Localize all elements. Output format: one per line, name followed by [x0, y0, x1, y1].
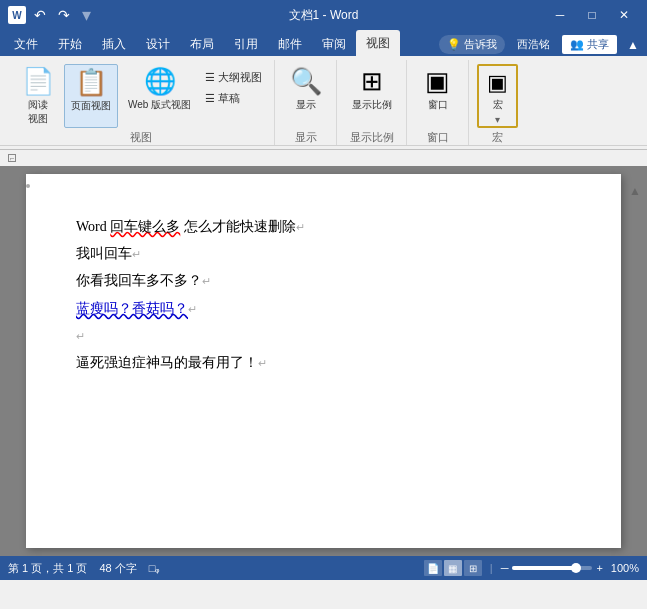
zoom-track[interactable]	[512, 566, 592, 570]
doc-line-5: ↵	[76, 323, 571, 348]
read-view-button[interactable]: 📄 阅读视图	[16, 64, 60, 128]
restore-button[interactable]: □	[577, 4, 607, 26]
ribbon-group-macro: ▣ 宏 ▾ 宏	[469, 60, 526, 145]
document-page[interactable]: Word 回车键么多 怎么才能快速删除↵ 我叫回车↵ 你看我回车多不多？↵ 蓝瘦…	[26, 174, 621, 548]
word-app-icon: W	[8, 6, 26, 24]
web-view-icon: 🌐	[144, 68, 176, 94]
document-area: Word 回车键么多 怎么才能快速删除↵ 我叫回车↵ 你看我回车多不多？↵ 蓝瘦…	[0, 166, 647, 556]
zoom-percent[interactable]: 100%	[611, 562, 639, 574]
ribbon-group-zoom: ⊞ 显示比例 显示比例	[337, 60, 407, 145]
window-icon: ▣	[425, 68, 450, 94]
close-button[interactable]: ✕	[609, 4, 639, 26]
ruler-area: ⌐	[0, 150, 647, 166]
macro-label: 宏	[493, 98, 503, 112]
draft-icon: ☰	[205, 92, 215, 105]
ribbon-group-show: 🔍 显示 显示	[275, 60, 337, 145]
draft-label: 草稿	[218, 91, 240, 106]
macro-icon: ▣	[487, 70, 508, 96]
view-switcher: 📄 ▦ ⊞	[424, 560, 482, 576]
read-view-icon: 📄	[22, 68, 54, 94]
view-group-content: 📄 阅读视图 📋 页面视图 🌐 Web 版式视图 ☰ 大纲视图 ☰	[16, 64, 266, 128]
redo-button[interactable]: ↷	[54, 5, 74, 25]
title-bar-left: W ↶ ↷ ▾	[8, 4, 91, 26]
window-button[interactable]: ▣ 窗口	[415, 64, 460, 128]
lightbulb-icon: 💡	[447, 38, 461, 51]
status-right: 📄 ▦ ⊞ | ─ + 100%	[424, 560, 639, 576]
web-view-button[interactable]: 🌐 Web 版式视图	[122, 64, 197, 128]
doc-line-1: Word 回车键么多 怎么才能快速删除↵	[76, 214, 571, 239]
tab-view[interactable]: 视图	[356, 30, 400, 56]
title-bar: W ↶ ↷ ▾ 文档1 - Word ─ □ ✕	[0, 0, 647, 30]
page-marker	[26, 184, 30, 188]
zoom-slider[interactable]: ─ +	[501, 562, 603, 574]
view-group-label: 视图	[130, 130, 152, 145]
doc-line-4: 蓝瘦吗？香菇吗？↵	[76, 296, 571, 321]
window-title: 文档1 - Word	[289, 7, 359, 24]
document-content[interactable]: Word 回车键么多 怎么才能快速删除↵ 我叫回车↵ 你看我回车多不多？↵ 蓝瘦…	[76, 214, 571, 375]
tab-design[interactable]: 设计	[136, 32, 180, 56]
status-left: 第 1 页，共 1 页 48 个字 □ᵩ	[8, 561, 160, 576]
window-group-label: 窗口	[427, 130, 449, 145]
ruler-corner-icon: ⌐	[8, 154, 16, 162]
zoom-minus[interactable]: ─	[501, 562, 509, 574]
show-icon: 🔍	[290, 68, 322, 94]
zoom-group-label: 显示比例	[350, 130, 394, 145]
separator: |	[490, 562, 493, 574]
page-info: 第 1 页，共 1 页	[8, 561, 87, 576]
tab-insert[interactable]: 插入	[92, 32, 136, 56]
zoom-fill	[512, 566, 576, 570]
web-view-label: Web 版式视图	[128, 98, 191, 112]
tab-mailings[interactable]: 邮件	[268, 32, 312, 56]
window-group-content: ▣ 窗口	[415, 64, 460, 128]
show-label: 显示	[296, 98, 316, 112]
undo-button[interactable]: ↶	[30, 5, 50, 25]
web-view-status-btn[interactable]: ⊞	[464, 560, 482, 576]
outline-view-button[interactable]: ☰ 大纲视图	[201, 68, 266, 87]
draft-view-button[interactable]: ☰ 草稿	[201, 89, 266, 108]
ribbon-expand-button[interactable]: ▲	[623, 36, 643, 54]
tab-home[interactable]: 开始	[48, 32, 92, 56]
language-icon: □ᵩ	[149, 562, 161, 575]
macro-button[interactable]: ▣ 宏 ▾	[477, 64, 518, 128]
ribbon-tabs: 文件 开始 插入 设计 布局 引用 邮件 审阅 视图 💡 告诉我 西浩铭 👥 共…	[0, 30, 647, 56]
word-count: 48 个字	[99, 561, 136, 576]
share-icon: 👥	[570, 38, 584, 51]
read-view-label: 阅读视图	[28, 98, 48, 126]
status-bar: 第 1 页，共 1 页 48 个字 □ᵩ 📄 ▦ ⊞ | ─ + 100%	[0, 556, 647, 580]
doc-line-6: 逼死强迫症神马的最有用了！↵	[76, 350, 571, 375]
small-view-btns: ☰ 大纲视图 ☰ 草稿	[201, 64, 266, 112]
ribbon-group-window: ▣ 窗口 窗口	[407, 60, 469, 145]
show-group-label: 显示	[295, 130, 317, 145]
read-view-status-btn[interactable]: 📄	[424, 560, 442, 576]
zoom-icon: ⊞	[361, 68, 383, 94]
ribbon-collapse-button[interactable]: ▲	[627, 182, 643, 200]
page-view-label: 页面视图	[71, 99, 111, 113]
doc-line-2: 我叫回车↵	[76, 241, 571, 266]
zoom-group-content: ⊞ 显示比例	[346, 64, 398, 128]
zoom-button[interactable]: ⊞ 显示比例	[346, 64, 398, 128]
tab-layout[interactable]: 布局	[180, 32, 224, 56]
macro-group-label: 宏	[492, 130, 503, 145]
tab-review[interactable]: 审阅	[312, 32, 356, 56]
print-view-status-btn[interactable]: ▦	[444, 560, 462, 576]
page-view-button[interactable]: 📋 页面视图	[64, 64, 118, 128]
zoom-label: 显示比例	[352, 98, 392, 112]
doc-line-3: 你看我回车多不多？↵	[76, 268, 571, 293]
window-label: 窗口	[428, 98, 448, 112]
tab-references[interactable]: 引用	[224, 32, 268, 56]
minimize-button[interactable]: ─	[545, 4, 575, 26]
show-group-content: 🔍 显示	[283, 64, 328, 128]
tell-me-button[interactable]: 💡 告诉我	[439, 35, 505, 54]
outline-icon: ☰	[205, 71, 215, 84]
macro-group-content: ▣ 宏 ▾	[477, 64, 518, 128]
ribbon-group-view: 📄 阅读视图 📋 页面视图 🌐 Web 版式视图 ☰ 大纲视图 ☰	[8, 60, 275, 145]
share-button[interactable]: 👥 共享	[562, 35, 617, 54]
user-name: 西浩铭	[511, 35, 556, 54]
title-bar-controls: ─ □ ✕	[545, 4, 639, 26]
share-label: 共享	[587, 37, 609, 52]
tab-file[interactable]: 文件	[4, 32, 48, 56]
zoom-plus[interactable]: +	[596, 562, 602, 574]
zoom-thumb[interactable]	[571, 563, 581, 573]
show-button[interactable]: 🔍 显示	[283, 64, 328, 128]
ribbon-content: 📄 阅读视图 📋 页面视图 🌐 Web 版式视图 ☰ 大纲视图 ☰	[0, 56, 647, 146]
